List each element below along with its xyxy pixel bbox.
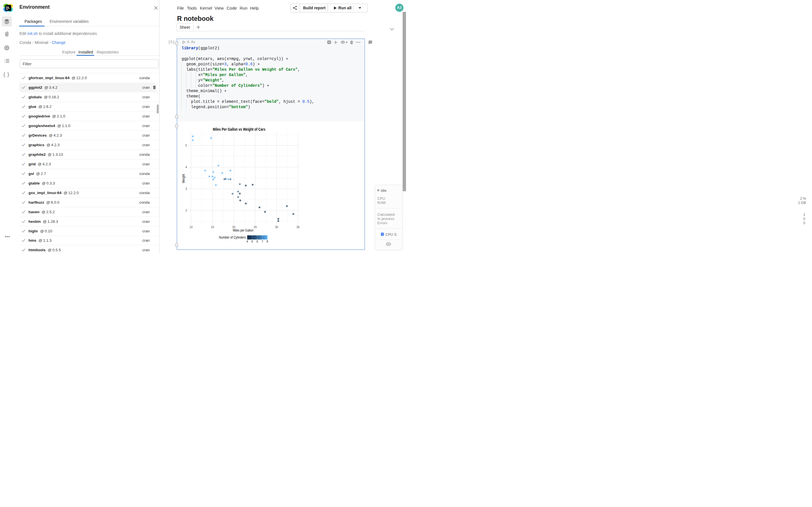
svg-text:6: 6 bbox=[257, 240, 258, 243]
svg-text:5: 5 bbox=[252, 240, 253, 243]
svg-text:10: 10 bbox=[190, 226, 193, 229]
svg-text:25: 25 bbox=[254, 226, 257, 229]
svg-text:Miles Per Gallon vs Weight of: Miles Per Gallon vs Weight of Cars bbox=[213, 127, 266, 131]
svg-text:R: R bbox=[388, 243, 390, 246]
svg-text:4: 4 bbox=[246, 240, 248, 243]
svg-text:3: 3 bbox=[185, 187, 187, 190]
svg-text:5: 5 bbox=[185, 144, 187, 147]
svg-text:30: 30 bbox=[275, 226, 278, 229]
svg-text:8: 8 bbox=[267, 240, 268, 243]
svg-text:15: 15 bbox=[211, 226, 214, 229]
svg-text:Number of Cylinders: Number of Cylinders bbox=[219, 235, 246, 239]
svg-text:7: 7 bbox=[262, 240, 263, 243]
svg-text:35: 35 bbox=[296, 226, 300, 229]
svg-text:2: 2 bbox=[185, 209, 187, 212]
svg-text:Miles per Gallon: Miles per Gallon bbox=[233, 228, 253, 232]
svg-text:R: R bbox=[342, 41, 344, 44]
svg-text:4: 4 bbox=[185, 166, 187, 169]
svg-text:DL: DL bbox=[6, 6, 10, 9]
svg-text:Weight: Weight bbox=[181, 174, 186, 183]
